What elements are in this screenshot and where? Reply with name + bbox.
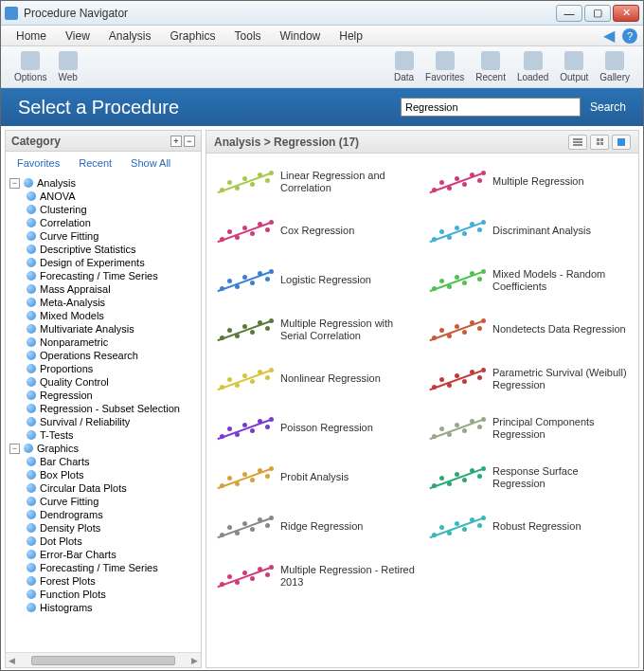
- tree-item[interactable]: Mass Appraisal: [27, 282, 197, 296]
- tree-item[interactable]: Box Plots: [27, 468, 197, 481]
- procedure-item[interactable]: Parametric Survival (Weibull) Regression: [426, 358, 631, 400]
- search-button[interactable]: Search: [590, 100, 626, 114]
- procedure-item[interactable]: Probit Analysis: [214, 457, 419, 499]
- bullet-icon: [27, 324, 36, 334]
- procedure-item[interactable]: Nonlinear Regression: [214, 358, 419, 400]
- tree-item[interactable]: Bar Charts: [27, 455, 197, 468]
- help-icon[interactable]: ?: [622, 28, 637, 44]
- menu-bar: HomeViewAnalysisGraphicsToolsWindowHelp …: [1, 26, 643, 46]
- output-button[interactable]: Output: [554, 49, 594, 84]
- banner: Select a Procedure Search: [1, 88, 643, 126]
- tree-item[interactable]: ANOVA: [27, 190, 197, 203]
- collapse-icon[interactable]: −: [9, 444, 20, 454]
- bullet-icon: [27, 430, 36, 440]
- tree-item[interactable]: Forecasting / Time Series: [27, 561, 197, 574]
- tree-item[interactable]: Forest Plots: [27, 574, 197, 588]
- tree-item[interactable]: Forecasting / Time Series: [27, 269, 197, 282]
- procedure-item[interactable]: Nondetects Data Regression: [426, 309, 631, 351]
- tree-item-label: Dot Plots: [40, 535, 82, 547]
- web-button[interactable]: Web: [52, 49, 82, 84]
- tree-item[interactable]: Density Plots: [27, 521, 197, 535]
- close-button[interactable]: ✕: [613, 5, 639, 22]
- options-button[interactable]: Options: [9, 49, 52, 84]
- data-button[interactable]: Data: [388, 49, 420, 84]
- procedure-item[interactable]: Ridge Regression: [214, 506, 419, 548]
- tree-item[interactable]: Regression: [27, 389, 197, 402]
- procedure-item[interactable]: Poisson Regression: [214, 408, 419, 449]
- minimize-button[interactable]: —: [556, 5, 582, 22]
- gallery-button[interactable]: Gallery: [594, 49, 635, 84]
- bullet-icon: [27, 377, 36, 387]
- menu-window[interactable]: Window: [271, 27, 331, 45]
- tree-item[interactable]: T-Tests: [27, 428, 197, 442]
- scatter-plot-icon: [214, 459, 273, 497]
- procedure-item[interactable]: Multiple Regression with Serial Correlat…: [214, 309, 419, 351]
- tree-item[interactable]: Design of Experiments: [27, 256, 197, 269]
- tree-item[interactable]: Quality Control: [27, 375, 197, 389]
- tree-item[interactable]: Nonparametric: [27, 336, 197, 349]
- tree-item[interactable]: Curve Fitting: [27, 229, 197, 243]
- sidebar-link-show-all[interactable]: Show All: [121, 155, 180, 171]
- sidebar-link-favorites[interactable]: Favorites: [8, 155, 69, 171]
- menu-analysis[interactable]: Analysis: [99, 27, 161, 45]
- app-icon: [5, 7, 18, 20]
- procedure-item[interactable]: Mixed Models - Random Coefficients: [426, 260, 631, 301]
- search-input[interactable]: [401, 98, 581, 117]
- procedure-label: Logistic Regression: [280, 274, 371, 286]
- back-icon[interactable]: ◀: [601, 28, 617, 44]
- tree-item[interactable]: Correlation: [27, 216, 197, 229]
- menu-help[interactable]: Help: [330, 27, 372, 45]
- tree-item[interactable]: Histograms: [27, 601, 197, 614]
- tree-item[interactable]: Multivariate Analysis: [27, 322, 197, 336]
- favorites-button[interactable]: Favorites: [420, 49, 470, 84]
- view-details-button[interactable]: [590, 135, 609, 150]
- view-icons-button[interactable]: [612, 135, 631, 150]
- tree-item[interactable]: Function Plots: [27, 588, 197, 601]
- bullet-icon: [27, 483, 36, 493]
- procedure-item[interactable]: Discriminant Analysis: [426, 210, 631, 252]
- tree-item[interactable]: Dot Plots: [27, 535, 197, 548]
- procedure-item[interactable]: Cox Regression: [214, 210, 419, 252]
- tree-item[interactable]: Dendrograms: [27, 508, 197, 521]
- tree-item[interactable]: Survival / Reliability: [27, 415, 197, 428]
- tree-node-graphics[interactable]: −Graphics: [9, 442, 197, 455]
- tree-item[interactable]: Meta-Analysis: [27, 296, 197, 309]
- procedure-item[interactable]: Robust Regression: [426, 506, 631, 548]
- bullet-icon: [27, 337, 36, 347]
- menu-graphics[interactable]: Graphics: [161, 27, 225, 45]
- collapse-all-icon[interactable]: −: [184, 136, 195, 147]
- menu-tools[interactable]: Tools: [225, 27, 271, 45]
- menu-home[interactable]: Home: [7, 27, 56, 45]
- maximize-button[interactable]: ▢: [584, 5, 611, 22]
- tree-item[interactable]: Mixed Models: [27, 309, 197, 322]
- bullet-icon: [27, 191, 36, 201]
- scatter-plot-icon: [214, 360, 273, 398]
- scatter-plot-icon: [214, 212, 273, 250]
- loaded-button[interactable]: Loaded: [511, 49, 554, 84]
- tree-item[interactable]: Clustering: [27, 203, 197, 216]
- procedure-label: Discriminant Analysis: [492, 225, 591, 237]
- procedure-item[interactable]: Principal Components Regression: [426, 408, 631, 449]
- toolbar: OptionsWeb DataFavoritesRecentLoadedOutp…: [1, 46, 643, 88]
- tree-item[interactable]: Circular Data Plots: [27, 481, 197, 495]
- sidebar-link-recent[interactable]: Recent: [69, 155, 121, 171]
- view-list-button[interactable]: [568, 135, 587, 150]
- tree-item[interactable]: Operations Research: [27, 349, 197, 362]
- horizontal-scrollbar[interactable]: ◀ ▶: [6, 652, 201, 667]
- tree-item[interactable]: Regression - Subset Selection: [27, 402, 197, 415]
- procedure-item[interactable]: Multiple Regression - Retired 2013: [214, 555, 419, 597]
- collapse-icon[interactable]: −: [9, 178, 20, 189]
- category-tree[interactable]: −AnalysisANOVAClusteringCorrelationCurve…: [6, 174, 201, 652]
- procedure-item[interactable]: Response Surface Regression: [426, 457, 631, 499]
- expand-all-icon[interactable]: +: [170, 136, 182, 147]
- tree-item[interactable]: Proportions: [27, 362, 197, 375]
- procedure-item[interactable]: Linear Regression and Correlation: [214, 161, 419, 203]
- procedure-item[interactable]: Multiple Regression: [426, 161, 631, 203]
- recent-button[interactable]: Recent: [470, 49, 511, 84]
- tree-item[interactable]: Error-Bar Charts: [27, 548, 197, 561]
- procedure-item[interactable]: Logistic Regression: [214, 260, 419, 301]
- tree-node-analysis[interactable]: −Analysis: [9, 176, 197, 190]
- menu-view[interactable]: View: [56, 27, 99, 45]
- tree-item[interactable]: Curve Fitting: [27, 495, 197, 508]
- tree-item[interactable]: Descriptive Statistics: [27, 243, 197, 256]
